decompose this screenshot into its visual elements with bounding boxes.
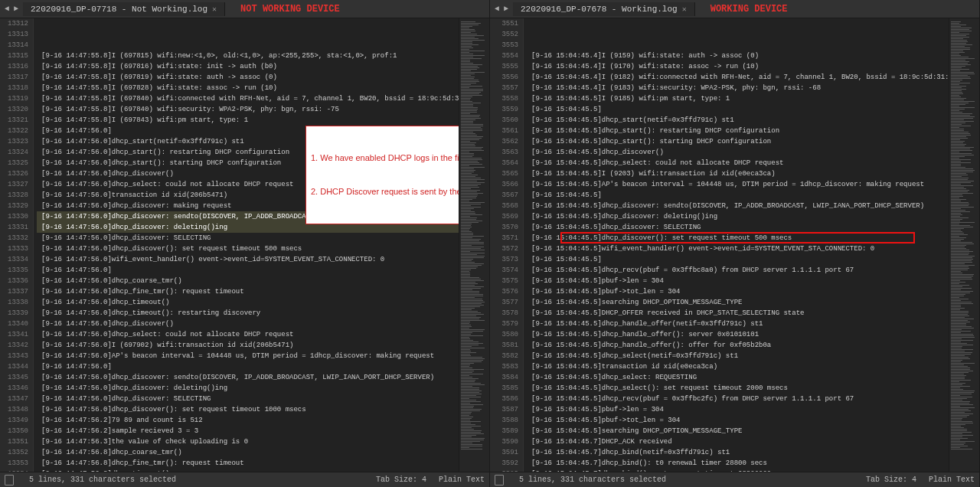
left-statusbar: 5 lines, 331 characters selected Tab Siz…: [0, 472, 489, 487]
log-line[interactable]: [9-16 15:04:45.7]dhcp_bind(): t0 renewal…: [527, 458, 949, 469]
right-pane: ◄ ► 22020916_DP-07678 - Working.log ✕ WO…: [490, 0, 980, 487]
log-line[interactable]: [9-16 14:47:56.0]dhcp_discover: sendto(D…: [37, 372, 459, 383]
log-line[interactable]: [9-16 15:04:45.5]searching DHCP_OPTION_M…: [527, 426, 949, 436]
log-line[interactable]: [9-16 15:04:45.5]dhcp_handle_offer(): of…: [527, 340, 949, 351]
log-line[interactable]: [9-16 15:04:45.5]dhcp_start(): starting …: [527, 136, 949, 147]
log-line[interactable]: [9-16 14:47:56.0]dhcp_discover(): set re…: [37, 404, 459, 415]
log-line[interactable]: [9-16 15:04:45.5]I (9203) wifi:transacti…: [527, 168, 949, 179]
log-line[interactable]: [9-16 14:47:56.0]: [37, 361, 459, 372]
log-line[interactable]: [9-16 14:47:56.0]wifi_event_handler() ev…: [37, 254, 459, 265]
right-content[interactable]: [9-16 15:04:45.4]I (9159) wifi:state: au…: [524, 18, 949, 472]
log-line[interactable]: [9-16 15:04:45.5]dhcp_select(netif=0x3ff…: [527, 351, 949, 361]
log-line[interactable]: [9-16 14:47:56.0]AP's beacon interval = …: [37, 351, 459, 361]
log-line[interactable]: [9-16 15:04:45.5]dhcp_discover: deleting…: [527, 211, 949, 222]
status-selection: 5 lines, 331 characters selected: [29, 476, 176, 484]
nav-arrows[interactable]: ◄ ►: [0, 5, 23, 13]
status-tabsize[interactable]: Tab Size: 4: [376, 476, 426, 484]
log-line[interactable]: [9-16 15:04:45.7]DHCP_ACK received: [527, 436, 949, 447]
left-minimap[interactable]: [459, 18, 489, 472]
log-line[interactable]: [9-16 14:47:56.0]dhcp_select: could not …: [37, 329, 459, 340]
log-line[interactable]: [9-16 15:04:45.5]: [527, 190, 949, 201]
status-selection: 5 lines, 331 characters selected: [519, 476, 666, 484]
log-line[interactable]: [9-16 15:04:45.5]pbuf->len = 304: [527, 404, 949, 415]
status-syntax[interactable]: Plain Text: [439, 476, 485, 484]
log-line[interactable]: [9-16 15:04:45.5]dhcp_start(): restartin…: [527, 126, 949, 136]
log-line[interactable]: [9-16 14:47:56.3]the value of check uplo…: [37, 436, 459, 447]
log-line[interactable]: [9-16 15:04:45.4]I (9159) wifi:state: au…: [527, 51, 949, 61]
log-line[interactable]: [9-16 15:04:45.5]dhcp_select: REQUESTING: [527, 372, 949, 383]
log-line[interactable]: [9-16 14:47:56.0]dhcp_fine_tmr(): reques…: [37, 286, 459, 297]
log-line[interactable]: [9-16 14:47:56.0]dhcp_timeout(): restart…: [37, 308, 459, 319]
log-line[interactable]: [9-16 14:47:56.0]dhcp_timeout(): [37, 297, 459, 308]
left-content[interactable]: 1. We have enabled DHCP logs in the firm…: [34, 18, 459, 472]
log-line[interactable]: [9-16 15:04:45.5]dhcp_handle_offer(netif…: [527, 319, 949, 329]
log-line[interactable]: [9-16 15:04:45.5]dhcp_handle_offer(): se…: [527, 329, 949, 340]
log-line[interactable]: [9-16 14:47:55.8]I (697815) wifi:new:<1,…: [37, 51, 459, 61]
right-header-label: WORKING DEVICE: [710, 4, 788, 15]
log-line[interactable]: [9-16 15:04:45.5]pbuf->len = 304: [527, 276, 949, 286]
log-line[interactable]: [9-16 14:47:55.8]I (697840) wifi:connect…: [37, 93, 459, 104]
log-line[interactable]: [9-16 14:47:56.8]dhcp_coarse_tmr(): [37, 447, 459, 458]
log-line[interactable]: [9-16 15:04:45.5]pbuf->tot_len = 304: [527, 286, 949, 297]
log-line[interactable]: [9-16 15:04:45.5]dhcp_select: could not …: [527, 158, 949, 168]
log-line[interactable]: [9-16 14:47:56.0]I (697902) wifi:transac…: [37, 340, 459, 351]
log-line[interactable]: [9-16 15:04:45.5]dhcp_start(netif=0x3ffd…: [527, 115, 949, 126]
right-tabbar: ◄ ► 22020916_DP-07678 - Working.log ✕ WO…: [490, 0, 979, 18]
log-line[interactable]: [9-16 15:04:45.4]I (9183) wifi:security:…: [527, 83, 949, 93]
log-line[interactable]: [9-16 15:04:45.5]dhcp_recv(pbuf = 0x3ffb…: [527, 265, 949, 276]
log-line[interactable]: [9-16 14:47:56.0]dhcp_coarse_tmr(): [37, 276, 459, 286]
log-line[interactable]: [9-16 15:04:45.5]: [527, 104, 949, 115]
status-tabsize[interactable]: Tab Size: 4: [866, 476, 916, 484]
left-log-area[interactable]: 1331213313133141331513316133171331813319…: [0, 18, 489, 472]
left-tab[interactable]: 22020916_DP-07718 - Not Working.log ✕: [23, 2, 225, 16]
log-line[interactable]: [9-16 15:04:45.7]dhcp_bind(): set reques…: [527, 469, 949, 472]
log-line[interactable]: [9-16 15:04:45.5]dhcp_discover: sendto(D…: [527, 201, 949, 211]
log-line[interactable]: [9-16 15:04:45.7]dhcp_bind(netif=0x3ffd7…: [527, 447, 949, 458]
log-line[interactable]: [9-16 14:47:55.8]I (697828) wifi:state: …: [37, 83, 459, 93]
log-line[interactable]: [9-16 14:47:56.0]dhcp_discover: SELECTIN…: [37, 233, 459, 244]
log-line[interactable]: [9-16 14:47:56.0]dhcp_discover(): [37, 319, 459, 329]
log-line[interactable]: [9-16 15:04:45.4]I (9170) wifi:state: as…: [527, 61, 949, 72]
left-header-label: NOT WORKING DEVICE: [240, 4, 340, 15]
log-line[interactable]: [9-16 14:47:56.0]dhcp_discover: deleting…: [37, 383, 459, 394]
log-line[interactable]: [9-16 15:04:45.5]dhcp_select(): set requ…: [527, 383, 949, 394]
log-line[interactable]: [9-16 15:04:45.5]pbuf->tot_len = 304: [527, 415, 949, 426]
close-icon[interactable]: ✕: [212, 5, 217, 14]
left-tabbar: ◄ ► 22020916_DP-07718 - Not Working.log …: [0, 0, 489, 18]
right-tab[interactable]: 22020916_DP-07678 - Working.log ✕: [513, 2, 695, 16]
log-line[interactable]: [9-16 15:04:45.5]AP's beacon interval = …: [527, 179, 949, 190]
document-icon: [5, 475, 14, 485]
log-line[interactable]: [9-16 15:04:45.5]wifi_event_handler() ev…: [527, 244, 949, 254]
annotation-line2: 2. DHCP Discover request is sent by the …: [311, 186, 457, 198]
log-line[interactable]: [9-16 15:04:45.5]dhcp_discover: SELECTIN…: [527, 222, 949, 233]
log-line[interactable]: [9-16 14:47:55.8]I (697816) wifi:state: …: [37, 61, 459, 72]
log-line[interactable]: [9-16 15:04:45.4]I (9182) wifi:connected…: [527, 72, 949, 83]
tab-title: 22020916_DP-07718 - Not Working.log: [31, 5, 207, 14]
annotation-line1: 1. We have enabled DHCP logs in the firm…: [311, 152, 457, 164]
close-icon[interactable]: ✕: [682, 5, 687, 14]
log-line[interactable]: [9-16 15:04:45.5]DHCP_OFFER received in …: [527, 308, 949, 319]
log-line[interactable]: [9-16 15:04:45.5]: [527, 254, 949, 265]
log-line[interactable]: [9-16 14:47:55.8]I (697819) wifi:state: …: [37, 72, 459, 83]
annotation-callout: 1. We have enabled DHCP logs in the firm…: [305, 126, 459, 224]
log-line[interactable]: [9-16 15:04:45.5]dhcp_discover(): [527, 147, 949, 158]
log-line[interactable]: [9-16 14:47:56.2]sample recieved 3 = 3: [37, 426, 459, 436]
log-line[interactable]: [9-16 14:47:56.0]: [37, 265, 459, 276]
log-line[interactable]: [9-16 14:47:56.0]dhcp_discover(): set re…: [37, 244, 459, 254]
tab-title: 22020916_DP-07678 - Working.log: [521, 5, 678, 14]
log-line[interactable]: [9-16 14:47:55.8]I (697840) wifi:securit…: [37, 104, 459, 115]
status-syntax[interactable]: Plain Text: [929, 476, 975, 484]
log-line[interactable]: [9-16 14:47:56.8]dhcp_fine_tmr(): reques…: [37, 458, 459, 469]
right-minimap[interactable]: [949, 18, 979, 472]
log-line[interactable]: [9-16 15:04:45.5]dhcp_recv(pbuf = 0x3ffb…: [527, 394, 949, 404]
log-line[interactable]: [9-16 14:47:55.8]I (697843) wifi:pm star…: [37, 115, 459, 126]
log-line[interactable]: [9-16 14:47:56.8]dhcp_timeout(): [37, 469, 459, 472]
log-line[interactable]: [9-16 14:47:56.0]dhcp_discover: SELECTIN…: [37, 394, 459, 404]
log-line[interactable]: [9-16 15:04:45.5]dhcp_discover(): set re…: [527, 233, 949, 244]
right-log-area[interactable]: 3551355235533554355535563557355835593560…: [490, 18, 979, 472]
log-line[interactable]: [9-16 15:04:45.5]I (9185) wifi:pm start,…: [527, 93, 949, 104]
log-line[interactable]: [9-16 14:47:56.2]79 89 and count is 512: [37, 415, 459, 426]
log-line[interactable]: [9-16 15:04:45.5]searching DHCP_OPTION_M…: [527, 297, 949, 308]
nav-arrows[interactable]: ◄ ►: [490, 5, 513, 13]
log-line[interactable]: [9-16 15:04:45.5]transaction id xid(e0ec…: [527, 361, 949, 372]
